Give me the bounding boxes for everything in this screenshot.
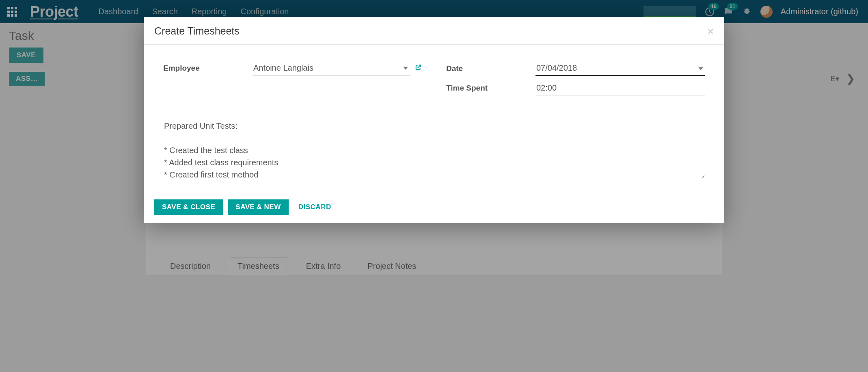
close-icon[interactable]: ×: [708, 26, 714, 37]
modal-header: Create Timesheets ×: [144, 17, 724, 45]
date-label: Date: [446, 64, 531, 73]
modal-footer: SAVE & CLOSE SAVE & NEW DISCARD: [144, 191, 724, 223]
description-textarea[interactable]: [163, 118, 705, 179]
employee-field[interactable]: [253, 61, 410, 76]
modal-body: Employee Date: [144, 45, 724, 191]
save-new-button[interactable]: SAVE & NEW: [228, 199, 288, 215]
time-spent-field[interactable]: [535, 81, 705, 95]
create-timesheets-modal: Create Timesheets × Employee: [144, 17, 724, 223]
external-link-icon[interactable]: [415, 64, 422, 73]
employee-label: Employee: [163, 64, 248, 73]
modal-title: Create Timesheets: [154, 25, 240, 37]
discard-button[interactable]: DISCARD: [294, 200, 336, 214]
time-spent-label: Time Spent: [446, 84, 531, 93]
save-close-button[interactable]: SAVE & CLOSE: [154, 199, 223, 215]
date-field[interactable]: [535, 61, 705, 76]
